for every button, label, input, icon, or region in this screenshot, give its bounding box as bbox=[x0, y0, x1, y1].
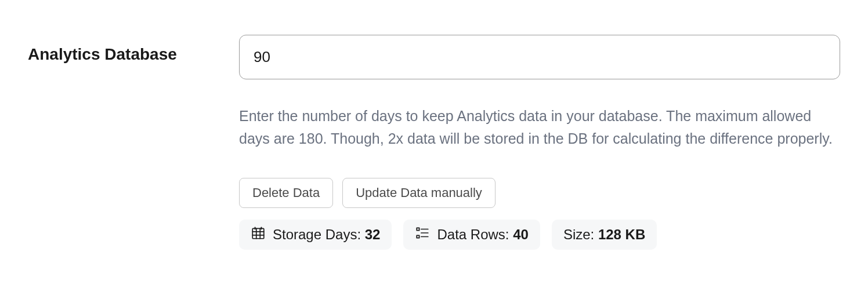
data-rows-value: 40 bbox=[513, 227, 529, 242]
button-row: Delete Data Update Data manually bbox=[239, 178, 840, 208]
section-title: Analytics Database bbox=[28, 45, 202, 64]
data-rows-badge: Data Rows: 40 bbox=[403, 220, 540, 250]
size-label: Size: bbox=[563, 227, 598, 242]
storage-days-value: 32 bbox=[365, 227, 381, 242]
help-text: Enter the number of days to keep Analyti… bbox=[239, 105, 840, 150]
update-data-button[interactable]: Update Data manually bbox=[342, 178, 496, 208]
svg-rect-7 bbox=[417, 228, 419, 230]
days-input[interactable] bbox=[239, 35, 840, 79]
svg-rect-0 bbox=[252, 228, 264, 238]
calendar-icon bbox=[251, 225, 266, 244]
storage-days-badge: Storage Days: 32 bbox=[239, 220, 392, 250]
size-value: 128 KB bbox=[598, 227, 645, 242]
svg-rect-8 bbox=[417, 235, 419, 238]
delete-data-button[interactable]: Delete Data bbox=[239, 178, 333, 208]
content-column: Enter the number of days to keep Analyti… bbox=[239, 35, 840, 250]
size-badge: Size: 128 KB bbox=[552, 220, 657, 250]
label-column: Analytics Database bbox=[28, 35, 202, 64]
data-rows-label: Data Rows: bbox=[437, 227, 513, 242]
storage-days-label: Storage Days: bbox=[273, 227, 365, 242]
badge-row: Storage Days: 32 Data Rows: 40 bbox=[239, 220, 840, 250]
list-icon bbox=[415, 225, 430, 244]
analytics-database-section: Analytics Database Enter the number of d… bbox=[28, 35, 840, 250]
